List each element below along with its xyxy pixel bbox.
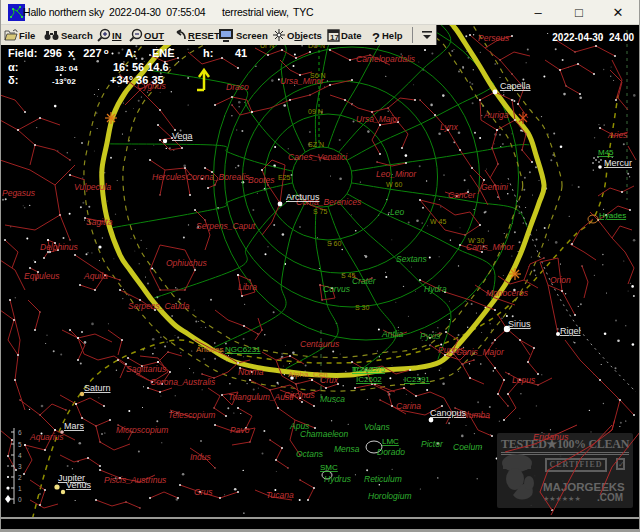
svg-text:Monoceros: Monoceros xyxy=(486,288,529,298)
svg-text:Serpens_Cauda: Serpens_Cauda xyxy=(128,301,190,311)
svg-text:Antares: Antares xyxy=(196,345,224,354)
svg-text:Hydra: Hydra xyxy=(424,284,447,294)
svg-text:E25: E25 xyxy=(278,174,291,181)
svg-text:Hydrus: Hydrus xyxy=(324,474,352,484)
svg-text:Pavo: Pavo xyxy=(230,425,250,435)
svg-text:Capella: Capella xyxy=(500,81,531,91)
svg-text:1: 1 xyxy=(18,485,22,492)
svg-text:Vega: Vega xyxy=(172,131,193,141)
svg-text:Equuleus: Equuleus xyxy=(24,271,60,281)
svg-text:Corona_Australis: Corona_Australis xyxy=(150,377,216,387)
svg-text:Centaurus: Centaurus xyxy=(300,339,340,349)
svg-text:Venus: Venus xyxy=(66,480,92,490)
svg-text:Circinus: Circinus xyxy=(284,390,315,400)
svg-text:W 30: W 30 xyxy=(468,237,484,244)
svg-text:Leo_Minor: Leo_Minor xyxy=(376,169,417,179)
svg-text:09 N: 09 N xyxy=(308,108,323,115)
svg-text:Carina: Carina xyxy=(396,401,421,411)
svg-text:Mercur: Mercur xyxy=(604,158,632,168)
svg-text:Ophiuchus: Ophiuchus xyxy=(166,258,207,268)
svg-text:Draco: Draco xyxy=(226,82,249,92)
svg-text:Pegasus: Pegasus xyxy=(2,188,36,198)
svg-text:Dorado: Dorado xyxy=(377,447,405,457)
svg-text:NGC6231: NGC6231 xyxy=(225,345,261,354)
svg-text:M45: M45 xyxy=(598,148,614,157)
svg-text:W 60: W 60 xyxy=(386,181,402,188)
svg-text:Hyades: Hyades xyxy=(599,211,626,220)
svg-text:5: 5 xyxy=(18,441,22,448)
svg-text:Libra: Libra xyxy=(238,282,257,292)
svg-text:Eridanus: Eridanus xyxy=(533,432,569,442)
svg-text:6: 6 xyxy=(18,429,22,436)
svg-text:Pictor: Pictor xyxy=(421,439,444,449)
svg-text:IC2622: IC2622 xyxy=(352,365,378,374)
svg-text:Corona_Borealis: Corona_Borealis xyxy=(186,172,250,182)
svg-text:Serpens_Caput: Serpens_Caput xyxy=(196,221,256,231)
svg-text:Bootes: Bootes xyxy=(248,175,275,185)
svg-text:S 30: S 30 xyxy=(355,304,370,311)
svg-text:Gemini: Gemini xyxy=(481,182,509,192)
svg-text:3: 3 xyxy=(18,463,22,470)
svg-text:Arcturus: Arcturus xyxy=(286,192,320,202)
svg-text:Octans: Octans xyxy=(296,449,324,459)
svg-text:Aquila: Aquila xyxy=(83,271,108,281)
svg-text:Canopus: Canopus xyxy=(430,408,467,418)
svg-text:Horologium: Horologium xyxy=(368,491,411,501)
svg-text:SZ N: SZ N xyxy=(308,141,324,148)
svg-text:Antlia: Antlia xyxy=(381,329,404,339)
svg-text:0: 0 xyxy=(18,496,22,503)
svg-text:Indus: Indus xyxy=(190,452,212,462)
svg-text:Canes_Venatici: Canes_Venatici xyxy=(288,152,348,162)
svg-text:IC2602: IC2602 xyxy=(356,375,382,384)
svg-text:Crater: Crater xyxy=(352,276,377,286)
svg-text:S 45: S 45 xyxy=(341,272,356,279)
svg-text:Mensa: Mensa xyxy=(334,444,360,454)
svg-text:IC2391: IC2391 xyxy=(404,375,430,384)
svg-text:S 60: S 60 xyxy=(327,240,342,247)
svg-text:W 45: W 45 xyxy=(430,218,446,225)
svg-text:Aquarius: Aquarius xyxy=(29,432,64,442)
svg-text:Hercules: Hercules xyxy=(152,172,186,182)
svg-text:Rigel: Rigel xyxy=(560,326,581,336)
svg-text:Leo: Leo xyxy=(390,207,404,217)
svg-text:S 75: S 75 xyxy=(313,208,328,215)
svg-text:17: 17 xyxy=(330,33,339,42)
svg-text:Microscopium: Microscopium xyxy=(116,425,168,435)
svg-text:Alpha_Cen: Alpha_Cen xyxy=(288,370,328,379)
svg-text:Sirius: Sirius xyxy=(508,319,531,329)
svg-text:Puppis: Puppis xyxy=(438,345,465,355)
svg-text:Saturn: Saturn xyxy=(84,383,111,393)
svg-text:Vulpecula: Vulpecula xyxy=(74,182,111,192)
svg-text:Reticulum: Reticulum xyxy=(364,474,402,484)
svg-text:LMC: LMC xyxy=(382,437,399,446)
svg-text:Corvus: Corvus xyxy=(323,284,351,294)
svg-text:Musca: Musca xyxy=(320,394,345,404)
svg-text:Camelopardalis: Camelopardalis xyxy=(356,54,416,64)
svg-text:Volans: Volans xyxy=(364,422,390,432)
svg-text:Apus: Apus xyxy=(289,421,310,431)
svg-text:Tucana: Tucana xyxy=(266,490,294,500)
svg-text:Coelum: Coelum xyxy=(453,442,482,452)
svg-text:4: 4 xyxy=(18,452,22,459)
svg-text:Telescopium: Telescopium xyxy=(168,410,215,420)
svg-text:Sagittarius: Sagittarius xyxy=(126,364,167,374)
svg-text:Lynx: Lynx xyxy=(440,122,459,132)
svg-text:Lepus: Lepus xyxy=(512,375,536,385)
svg-text:Grus: Grus xyxy=(194,487,213,497)
svg-text:Piscis_Austrinus: Piscis_Austrinus xyxy=(104,475,167,485)
svg-text:Norma: Norma xyxy=(238,367,264,377)
svg-text:Orion: Orion xyxy=(550,275,571,285)
svg-text:Delphinus: Delphinus xyxy=(40,242,79,252)
svg-text:SMC: SMC xyxy=(320,463,338,472)
svg-text:Sagitta: Sagitta xyxy=(86,217,113,227)
svg-text:Aries: Aries xyxy=(607,130,628,140)
svg-text:Cancer: Cancer xyxy=(448,190,477,200)
svg-text:Pyxis: Pyxis xyxy=(420,331,441,341)
svg-text:Perseus: Perseus xyxy=(478,33,510,43)
svg-text:Auriga: Auriga xyxy=(483,110,509,120)
svg-text:2: 2 xyxy=(18,474,22,481)
svg-text:Ursa_Major: Ursa_Major xyxy=(356,114,401,124)
svg-text:Mars: Mars xyxy=(64,421,84,431)
svg-text:S6 N: S6 N xyxy=(310,72,326,79)
svg-text:Sextans: Sextans xyxy=(396,254,427,264)
